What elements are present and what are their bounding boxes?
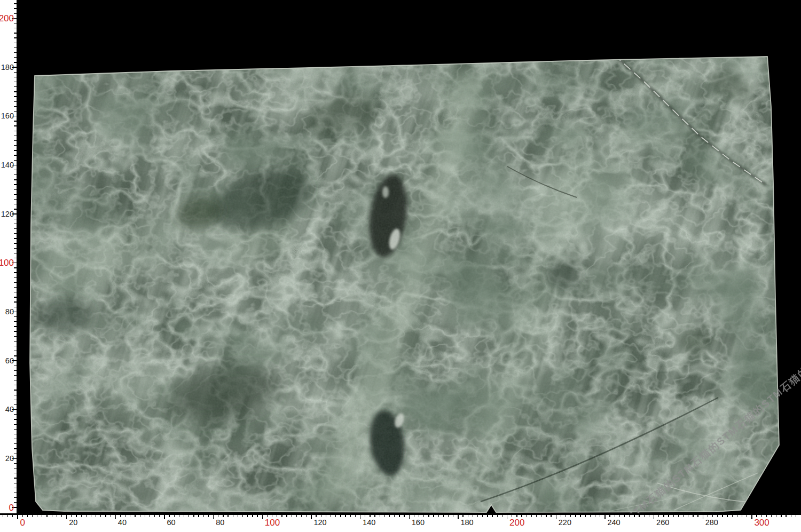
ruler-tick: [14, 243, 17, 243]
ruler-tick: [443, 515, 444, 518]
ruler-tick: [14, 375, 17, 376]
ruler-tick: [360, 515, 360, 520]
ruler-tick: [14, 160, 17, 161]
ruler-label: 40: [5, 406, 14, 414]
ruler-tick: [345, 515, 345, 518]
ruler-tick: [423, 515, 424, 518]
ruler-tick: [668, 515, 669, 518]
ruler-label: 240: [607, 519, 620, 527]
ruler-tick: [27, 515, 28, 518]
ruler-tick: [292, 515, 292, 518]
ruler-tick: [624, 515, 625, 518]
ruler-tick: [159, 515, 160, 518]
ruler-tick: [14, 336, 17, 337]
ruler-tick: [14, 351, 17, 351]
ruler-tick: [693, 515, 693, 518]
ruler-tick: [14, 37, 17, 38]
ruler-tick: [374, 515, 375, 518]
ruler-tick: [14, 483, 17, 483]
ruler-tick: [458, 515, 458, 520]
ruler-tick: [428, 515, 429, 518]
ruler-tick: [321, 515, 321, 518]
ruler-tick: [370, 515, 370, 518]
ruler-tick: [546, 515, 546, 518]
ruler-tick: [384, 515, 385, 518]
ruler-tick: [91, 515, 91, 518]
ruler-tick: [536, 515, 537, 518]
ruler-label: 20: [69, 519, 77, 527]
ruler-tick: [14, 23, 17, 23]
slab-scan-viewport: 的STM石猫的STM石猫的STM石猫的STM石猫的STM石猫 020406080…: [0, 0, 801, 532]
ruler-tick: [14, 121, 17, 121]
ruler-tick: [14, 395, 17, 395]
ruler-tick: [340, 515, 341, 518]
ruler-tick: [238, 515, 238, 518]
ruler-tick: [14, 150, 17, 150]
ruler-tick: [14, 184, 17, 185]
ruler-tick: [419, 515, 419, 518]
ruler-label: 60: [167, 519, 175, 527]
ruler-tick: [125, 515, 125, 518]
ruler-tick: [233, 515, 233, 518]
ruler-tick: [14, 370, 17, 371]
ruler-tick: [502, 515, 502, 518]
slab-texture: [0, 0, 801, 532]
ruler-tick: [120, 515, 121, 518]
ruler-tick: [404, 515, 404, 518]
ruler-tick: [218, 515, 218, 518]
ruler-tick: [580, 515, 580, 518]
ruler-tick: [575, 515, 576, 518]
ruler-label: 280: [705, 519, 718, 527]
ruler-tick: [507, 515, 507, 520]
ruler-label: 120: [1, 210, 14, 218]
ruler-tick: [350, 515, 351, 518]
ruler-tick: [14, 194, 17, 195]
ruler-tick: [14, 301, 17, 302]
ruler-tick: [135, 515, 135, 518]
ruler-tick: [17, 515, 18, 520]
ruler-tick: [516, 515, 517, 518]
ruler-tick: [223, 515, 223, 518]
ruler-tick: [482, 515, 483, 518]
ruler-tick: [14, 454, 17, 454]
ruler-tick: [14, 199, 17, 200]
ruler-label: 0: [20, 518, 25, 527]
ruler-tick: [14, 101, 17, 102]
ruler-tick: [14, 91, 17, 92]
ruler-tick: [32, 515, 33, 518]
ruler-tick: [394, 515, 395, 518]
ruler-label: 180: [1, 63, 14, 72]
ruler-label: 140: [363, 519, 375, 527]
ruler-label: 100: [0, 258, 14, 267]
ruler-tick: [14, 321, 17, 322]
ruler-tick: [14, 434, 17, 434]
ruler-tick: [14, 72, 17, 73]
ruler-tick: [663, 515, 664, 518]
ruler-tick: [414, 515, 414, 518]
slab-photo: [0, 0, 801, 532]
ruler-tick: [14, 106, 17, 107]
ruler-tick: [566, 515, 566, 518]
ruler-tick: [781, 515, 781, 518]
ruler-tick: [14, 297, 17, 297]
ruler-tick: [462, 515, 463, 518]
ruler-tick: [644, 515, 645, 518]
ruler-tick: [14, 209, 17, 209]
ruler-tick: [14, 272, 17, 273]
ruler-tick: [14, 448, 17, 449]
ruler-tick: [751, 515, 752, 520]
ruler-tick: [14, 439, 17, 439]
ruler-tick: [14, 238, 17, 239]
ruler-tick: [654, 515, 654, 520]
ruler-tick: [727, 515, 727, 518]
ruler-tick: [14, 473, 17, 473]
ruler-tick: [561, 515, 561, 518]
ruler-tick: [732, 515, 733, 518]
ruler-tick: [81, 515, 82, 518]
ruler-tick: [14, 57, 17, 58]
ruler-tick: [14, 404, 17, 405]
ruler-label: 160: [412, 519, 425, 527]
ruler-tick: [14, 131, 17, 131]
ruler-tick: [257, 515, 257, 518]
ruler-tick: [14, 3, 17, 4]
